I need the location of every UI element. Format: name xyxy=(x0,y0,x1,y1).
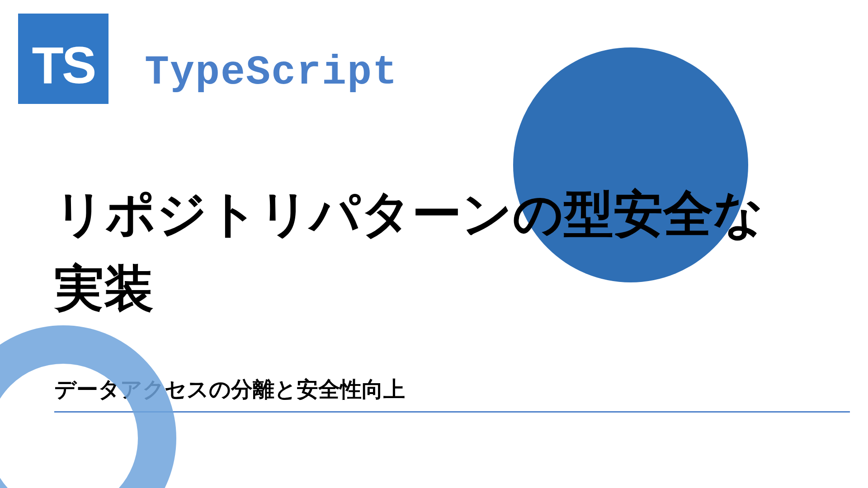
brand-title: TypeScript xyxy=(145,50,398,96)
typescript-logo: TS xyxy=(18,14,108,104)
typescript-logo-text: TS xyxy=(32,35,95,95)
page-title: リポジトリパターンの型安全な実装 xyxy=(54,176,778,325)
subtitle-underline xyxy=(54,411,850,413)
decorative-ring xyxy=(0,325,176,488)
